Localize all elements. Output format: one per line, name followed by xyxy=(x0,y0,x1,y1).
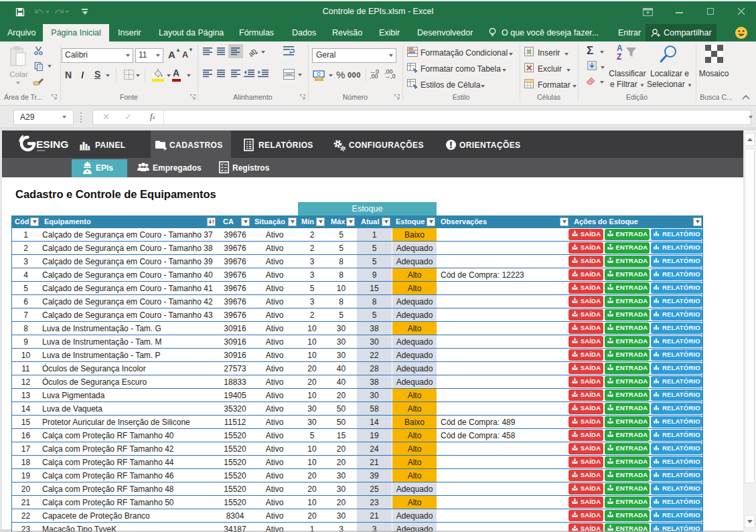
svg-text:ab: ab xyxy=(248,47,258,57)
svg-text:ESING: ESING xyxy=(36,139,68,150)
